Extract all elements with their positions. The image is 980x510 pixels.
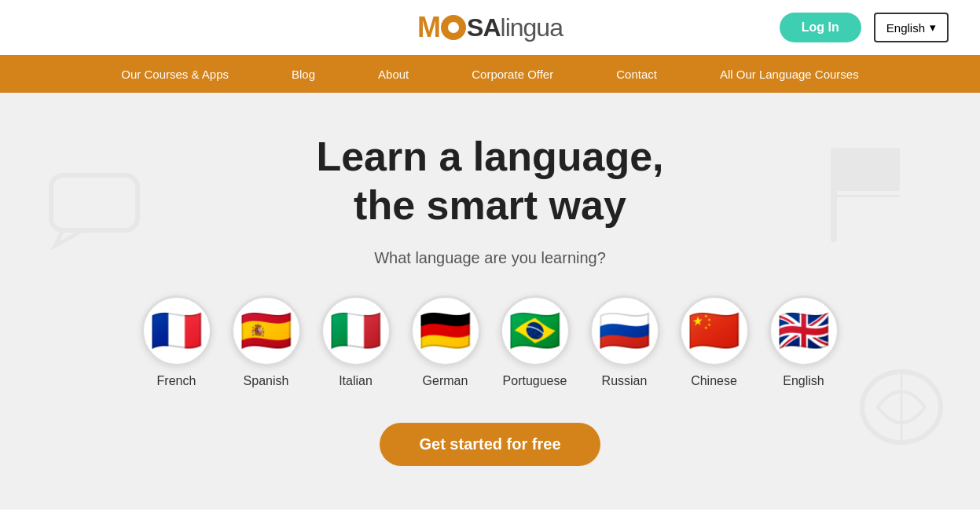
flag-german: 🇩🇪 — [410, 295, 481, 366]
hero-section: Learn a language, the smart way What lan… — [0, 93, 980, 509]
flag-english: 🇬🇧 — [769, 295, 839, 366]
logo[interactable]: M SA lingua — [417, 11, 563, 44]
nav-item-all-courses[interactable]: All Our Language Courses — [688, 55, 890, 93]
flag-italian: 🇮🇹 — [321, 295, 391, 366]
flag-french: 🇫🇷 — [141, 295, 212, 366]
main-nav: Our Courses & AppsBlogAboutCorporate Off… — [0, 55, 980, 93]
deco-flag-icon — [823, 140, 917, 250]
language-item-portuguese[interactable]: 🇧🇷Portuguese — [500, 295, 571, 388]
logo-sa: SA — [467, 13, 500, 42]
logo-lingua: lingua — [501, 13, 563, 42]
language-item-german[interactable]: 🇩🇪German — [410, 295, 481, 388]
login-button[interactable]: Log In — [780, 13, 861, 42]
language-grid: 🇫🇷French🇪🇸Spanish🇮🇹Italian🇩🇪German🇧🇷Port… — [141, 295, 839, 388]
nav-item-courses[interactable]: Our Courses & Apps — [90, 55, 260, 93]
header-right: Log In English ▾ — [780, 13, 949, 42]
hero-headline: Learn a language, the smart way — [316, 132, 663, 230]
language-item-italian[interactable]: 🇮🇹Italian — [321, 295, 391, 388]
nav-item-blog[interactable]: Blog — [260, 55, 347, 93]
deco-speech-icon — [47, 171, 141, 250]
language-label-portuguese: Portuguese — [503, 374, 567, 388]
language-label-italian: Italian — [339, 374, 373, 388]
language-label-chinese: Chinese — [691, 374, 737, 388]
flag-spanish: 🇪🇸 — [231, 295, 302, 366]
chevron-down-icon: ▾ — [930, 20, 936, 35]
language-label-russian: Russian — [602, 374, 648, 388]
language-label-german: German — [423, 374, 468, 388]
svg-rect-1 — [837, 148, 900, 191]
header: M SA lingua Log In English ▾ — [0, 0, 980, 55]
nav-item-about[interactable]: About — [347, 55, 440, 93]
language-label-french: French — [157, 374, 196, 388]
nav-item-contact[interactable]: Contact — [585, 55, 688, 93]
logo-m: M — [417, 11, 440, 44]
language-label-spanish: Spanish — [244, 374, 289, 388]
language-label-english: English — [783, 374, 824, 388]
logo-o-icon — [441, 15, 466, 40]
svg-rect-5 — [51, 175, 138, 230]
flag-russian: 🇷🇺 — [589, 295, 660, 366]
language-selector-label: English — [886, 21, 925, 35]
language-item-chinese[interactable]: 🇨🇳Chinese — [679, 295, 750, 388]
svg-rect-0 — [831, 148, 837, 242]
hero-subtitle: What language are you learning? — [374, 249, 606, 267]
get-started-button[interactable]: Get started for free — [380, 423, 600, 466]
nav-item-corporate[interactable]: Corporate Offer — [440, 55, 585, 93]
deco-brain-icon — [846, 352, 956, 462]
flag-chinese: 🇨🇳 — [679, 295, 750, 366]
flag-portuguese: 🇧🇷 — [500, 295, 571, 366]
svg-rect-2 — [837, 195, 900, 197]
language-item-russian[interactable]: 🇷🇺Russian — [589, 295, 660, 388]
language-item-french[interactable]: 🇫🇷French — [141, 295, 212, 388]
language-item-spanish[interactable]: 🇪🇸Spanish — [231, 295, 302, 388]
language-item-english[interactable]: 🇬🇧English — [769, 295, 839, 388]
language-selector[interactable]: English ▾ — [874, 13, 949, 42]
